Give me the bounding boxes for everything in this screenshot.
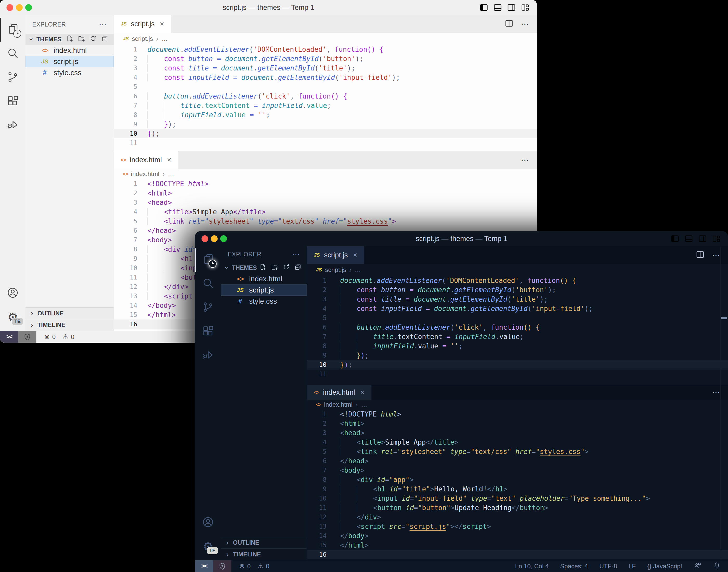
code-line[interactable]: 2<html> bbox=[307, 419, 728, 428]
code-line[interactable]: 1<!DOCTYPE html> bbox=[307, 410, 728, 419]
close-tab-icon[interactable]: × bbox=[160, 20, 164, 28]
new-file-icon[interactable] bbox=[66, 35, 73, 44]
code-line[interactable]: 12 </div> bbox=[307, 512, 728, 522]
toggle-primary-sidebar-icon[interactable] bbox=[480, 4, 488, 11]
code-line[interactable]: 5 bbox=[114, 82, 537, 91]
activitybar-search[interactable] bbox=[0, 42, 25, 66]
scrollbar-thumb[interactable] bbox=[721, 317, 727, 319]
code-line[interactable]: 6</head> bbox=[307, 456, 728, 466]
breadcrumb[interactable]: JS script.js › … bbox=[307, 264, 728, 276]
toggle-panel-icon[interactable] bbox=[685, 235, 693, 242]
code-line[interactable]: 16 bbox=[307, 550, 728, 559]
refresh-icon[interactable] bbox=[89, 35, 97, 44]
code-line[interactable]: 3<head> bbox=[307, 428, 728, 438]
refresh-icon[interactable] bbox=[283, 263, 290, 272]
close-tab-icon[interactable]: × bbox=[360, 388, 364, 397]
code-line[interactable]: 13 <script src="script.js"></script> bbox=[307, 522, 728, 531]
language-status[interactable]: {} JavaScript bbox=[647, 563, 682, 570]
cursor-position-status[interactable]: Ln 10, Col 4 bbox=[515, 563, 549, 570]
activitybar-run-debug[interactable] bbox=[195, 344, 221, 367]
activitybar-source-control[interactable] bbox=[195, 296, 221, 319]
timeline-section[interactable]: › TIMELINE bbox=[25, 319, 114, 331]
breadcrumb[interactable]: <> index.html › … bbox=[114, 169, 537, 179]
code-line[interactable]: 10 <input id="input-field" type="text" p… bbox=[307, 494, 728, 503]
code-line[interactable]: 8 inputField.value = ''; bbox=[114, 110, 537, 120]
workspace-trust-badge[interactable] bbox=[213, 560, 231, 572]
activitybar-source-control[interactable] bbox=[0, 66, 25, 89]
code-line[interactable]: 3 const title = document.getElementById(… bbox=[114, 63, 537, 73]
vscode-window-dark[interactable]: script.js — themes — Temp 1 bbox=[195, 231, 728, 572]
problems-status[interactable]: ⊗0 ⚠0 bbox=[231, 562, 269, 570]
code-line[interactable]: 10}); bbox=[114, 129, 537, 138]
close-tab-icon[interactable]: × bbox=[167, 156, 171, 164]
code-line[interactable]: 1<!DOCTYPE html> bbox=[114, 179, 537, 189]
customize-layout-icon[interactable] bbox=[521, 4, 529, 11]
activitybar-extensions[interactable] bbox=[195, 319, 221, 344]
toggle-secondary-sidebar-icon[interactable] bbox=[508, 4, 515, 11]
file-item-index-html[interactable]: <> index.html bbox=[25, 45, 114, 56]
activitybar-settings[interactable]: ⚙ TE bbox=[0, 305, 25, 329]
indentation-status[interactable]: Spaces: 4 bbox=[560, 563, 588, 570]
tab-index-html[interactable]: <> index.html × bbox=[114, 151, 178, 169]
code-line[interactable]: 6 button.addEventListener('click', funct… bbox=[114, 91, 537, 101]
close-tab-icon[interactable]: × bbox=[353, 251, 357, 259]
code-line[interactable]: 5 bbox=[307, 313, 728, 323]
timeline-section[interactable]: › TIMELINE bbox=[221, 548, 307, 560]
collapse-all-icon[interactable] bbox=[294, 263, 302, 272]
code-editor-script-js[interactable]: 1document.addEventListener('DOMContentLo… bbox=[307, 276, 728, 385]
workspace-trust-badge[interactable] bbox=[18, 331, 37, 343]
feedback-icon[interactable] bbox=[694, 562, 702, 571]
code-line[interactable]: 8 inputField.value = ''; bbox=[307, 341, 728, 351]
file-item-style-css[interactable]: # style.css bbox=[221, 296, 307, 307]
customize-layout-icon[interactable] bbox=[712, 235, 720, 242]
code-line[interactable]: 4 <title>Simple App</title> bbox=[307, 438, 728, 447]
outline-section[interactable]: › OUTLINE bbox=[221, 537, 307, 548]
explorer-section-themes[interactable]: › THEMES bbox=[25, 34, 114, 45]
code-line[interactable]: 4 const inputField = document.getElement… bbox=[307, 304, 728, 313]
code-line[interactable]: 1document.addEventListener('DOMContentLo… bbox=[307, 276, 728, 285]
activitybar-extensions[interactable] bbox=[0, 89, 25, 113]
activitybar-account[interactable] bbox=[0, 281, 25, 305]
breadcrumb[interactable]: <> index.html › … bbox=[307, 400, 728, 410]
code-line[interactable]: 1document.addEventListener('DOMContentLo… bbox=[114, 45, 537, 54]
activitybar-search[interactable] bbox=[195, 272, 221, 296]
code-line[interactable]: 11 bbox=[307, 369, 728, 379]
code-line[interactable]: 11 bbox=[114, 138, 537, 148]
code-editor-script-js[interactable]: 1document.addEventListener('DOMContentLo… bbox=[114, 45, 537, 151]
explorer-section-themes[interactable]: › THEMES bbox=[221, 262, 307, 273]
code-line[interactable]: 7 title.textContent = inputField.value; bbox=[307, 332, 728, 341]
code-line[interactable]: 15</html> bbox=[307, 541, 728, 550]
editor-more-actions-icon[interactable]: ⋯ bbox=[521, 19, 529, 29]
notifications-bell-icon[interactable] bbox=[713, 562, 721, 571]
problems-status[interactable]: ⊗0 ⚠0 bbox=[37, 333, 74, 341]
explorer-more-actions-icon[interactable]: ⋯ bbox=[292, 253, 300, 256]
editor-more-actions-icon[interactable]: ⋯ bbox=[712, 250, 720, 260]
new-folder-icon[interactable] bbox=[271, 263, 278, 272]
code-line[interactable]: 2 const button = document.getElementById… bbox=[307, 285, 728, 295]
activitybar-explorer[interactable] bbox=[0, 18, 25, 42]
editor-more-actions-icon[interactable]: ⋯ bbox=[521, 155, 529, 165]
explorer-more-actions-icon[interactable]: ⋯ bbox=[99, 23, 107, 26]
code-line[interactable]: 5 <link rel="stylesheet" type="text/css"… bbox=[307, 447, 728, 456]
code-line[interactable]: 2<html> bbox=[114, 189, 537, 198]
activitybar-explorer[interactable] bbox=[195, 248, 221, 272]
new-folder-icon[interactable] bbox=[78, 35, 85, 44]
code-line[interactable]: 4 <title>Simple App</title> bbox=[114, 207, 537, 217]
editor-more-actions-icon[interactable]: ⋯ bbox=[712, 387, 720, 397]
code-line[interactable]: 7<body> bbox=[307, 466, 728, 475]
code-line[interactable]: 3<head> bbox=[114, 198, 537, 207]
code-line[interactable]: 2 const button = document.getElementById… bbox=[114, 54, 537, 63]
code-editor-index-html[interactable]: 1<!DOCTYPE html>2<html>3<head>4 <title>S… bbox=[307, 410, 728, 560]
code-line[interactable]: 7 title.textContent = inputField.value; bbox=[114, 101, 537, 110]
code-line[interactable]: 3 const title = document.getElementById(… bbox=[307, 295, 728, 304]
remote-indicator[interactable]: >< bbox=[0, 331, 18, 343]
code-line[interactable]: 8 <div id="app"> bbox=[307, 475, 728, 484]
file-item-style-css[interactable]: # style.css bbox=[25, 67, 114, 78]
remote-indicator[interactable]: >< bbox=[195, 560, 213, 572]
eol-status[interactable]: LF bbox=[629, 563, 636, 570]
code-line[interactable]: 9 }); bbox=[114, 120, 537, 129]
outline-section[interactable]: › OUTLINE bbox=[25, 307, 114, 319]
activitybar-account[interactable] bbox=[195, 511, 221, 534]
tab-index-html[interactable]: <> index.html × bbox=[307, 385, 372, 400]
code-line[interactable]: 6 button.addEventListener('click', funct… bbox=[307, 323, 728, 332]
